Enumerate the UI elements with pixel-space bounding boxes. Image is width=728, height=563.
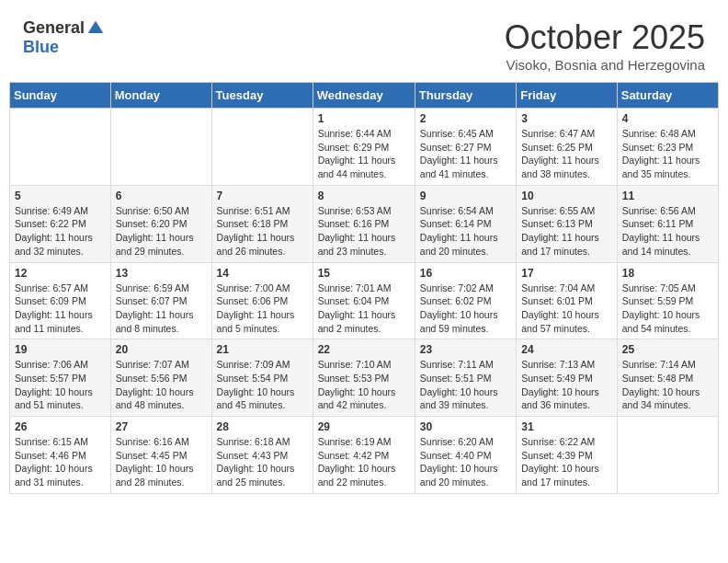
day-number: 25 bbox=[622, 343, 713, 356]
calendar-cell: 16Sunrise: 7:02 AM Sunset: 6:02 PM Dayli… bbox=[415, 262, 516, 339]
day-number: 18 bbox=[622, 267, 713, 280]
calendar-cell: 30Sunrise: 6:20 AM Sunset: 4:40 PM Dayli… bbox=[415, 417, 516, 494]
day-number: 13 bbox=[116, 267, 207, 280]
day-info: Sunrise: 6:57 AM Sunset: 6:09 PM Dayligh… bbox=[15, 282, 106, 336]
weekday-header-thursday: Thursday bbox=[415, 83, 516, 109]
calendar-cell: 1Sunrise: 6:44 AM Sunset: 6:29 PM Daylig… bbox=[313, 109, 415, 186]
day-number: 27 bbox=[116, 420, 207, 433]
day-number: 11 bbox=[622, 190, 713, 202]
day-info: Sunrise: 7:11 AM Sunset: 5:51 PM Dayligh… bbox=[420, 358, 511, 412]
day-info: Sunrise: 7:05 AM Sunset: 5:59 PM Dayligh… bbox=[622, 282, 713, 336]
day-number: 26 bbox=[15, 420, 106, 433]
calendar-cell: 4Sunrise: 6:48 AM Sunset: 6:23 PM Daylig… bbox=[617, 109, 718, 186]
day-number: 3 bbox=[521, 112, 612, 125]
calendar-cell: 2Sunrise: 6:45 AM Sunset: 6:27 PM Daylig… bbox=[415, 109, 516, 186]
calendar-cell: 18Sunrise: 7:05 AM Sunset: 5:59 PM Dayli… bbox=[617, 262, 718, 339]
calendar-cell bbox=[211, 109, 313, 186]
logo-icon bbox=[86, 19, 105, 38]
day-info: Sunrise: 6:19 AM Sunset: 4:42 PM Dayligh… bbox=[318, 435, 410, 489]
month-title: October 2025 bbox=[505, 18, 705, 57]
day-info: Sunrise: 7:13 AM Sunset: 5:49 PM Dayligh… bbox=[521, 358, 612, 412]
day-info: Sunrise: 7:10 AM Sunset: 5:53 PM Dayligh… bbox=[318, 358, 410, 412]
calendar-cell bbox=[110, 109, 211, 186]
logo-general-text: General bbox=[23, 18, 85, 38]
day-info: Sunrise: 6:22 AM Sunset: 4:39 PM Dayligh… bbox=[521, 435, 612, 489]
weekday-header-tuesday: Tuesday bbox=[211, 83, 313, 109]
day-info: Sunrise: 6:47 AM Sunset: 6:25 PM Dayligh… bbox=[521, 127, 612, 181]
day-info: Sunrise: 6:56 AM Sunset: 6:11 PM Dayligh… bbox=[622, 204, 713, 259]
day-info: Sunrise: 7:14 AM Sunset: 5:48 PM Dayligh… bbox=[622, 358, 713, 412]
day-info: Sunrise: 7:00 AM Sunset: 6:06 PM Dayligh… bbox=[217, 282, 308, 336]
calendar-week-row: 5Sunrise: 6:49 AM Sunset: 6:22 PM Daylig… bbox=[10, 185, 719, 262]
calendar-table: SundayMondayTuesdayWednesdayThursdayFrid… bbox=[9, 82, 719, 494]
calendar-cell: 28Sunrise: 6:18 AM Sunset: 4:43 PM Dayli… bbox=[211, 417, 313, 494]
day-number: 29 bbox=[318, 420, 410, 433]
calendar-cell: 11Sunrise: 6:56 AM Sunset: 6:11 PM Dayli… bbox=[617, 185, 718, 262]
day-number: 21 bbox=[217, 343, 308, 356]
weekday-header-sunday: Sunday bbox=[10, 83, 111, 109]
day-number: 28 bbox=[217, 420, 308, 433]
calendar-cell: 8Sunrise: 6:53 AM Sunset: 6:16 PM Daylig… bbox=[313, 185, 415, 262]
day-number: 24 bbox=[521, 343, 612, 356]
day-number: 23 bbox=[420, 343, 511, 356]
day-info: Sunrise: 6:44 AM Sunset: 6:29 PM Dayligh… bbox=[318, 127, 410, 181]
day-number: 20 bbox=[116, 343, 207, 356]
svg-marker-0 bbox=[88, 20, 104, 32]
calendar-cell: 19Sunrise: 7:06 AM Sunset: 5:57 PM Dayli… bbox=[10, 339, 111, 417]
calendar-cell: 5Sunrise: 6:49 AM Sunset: 6:22 PM Daylig… bbox=[10, 185, 111, 262]
calendar-cell bbox=[10, 109, 111, 186]
day-info: Sunrise: 6:16 AM Sunset: 4:45 PM Dayligh… bbox=[116, 435, 207, 489]
day-number: 15 bbox=[318, 267, 410, 280]
day-info: Sunrise: 6:18 AM Sunset: 4:43 PM Dayligh… bbox=[217, 435, 308, 489]
day-number: 1 bbox=[318, 112, 410, 125]
day-info: Sunrise: 6:50 AM Sunset: 6:20 PM Dayligh… bbox=[116, 204, 207, 259]
logo-blue-text: Blue bbox=[23, 38, 59, 57]
calendar-cell: 14Sunrise: 7:00 AM Sunset: 6:06 PM Dayli… bbox=[211, 262, 313, 339]
day-info: Sunrise: 7:06 AM Sunset: 5:57 PM Dayligh… bbox=[15, 358, 106, 412]
logo: General Blue bbox=[23, 18, 105, 57]
calendar-cell: 12Sunrise: 6:57 AM Sunset: 6:09 PM Dayli… bbox=[10, 262, 111, 339]
day-number: 14 bbox=[217, 267, 308, 280]
calendar-cell: 21Sunrise: 7:09 AM Sunset: 5:54 PM Dayli… bbox=[211, 339, 313, 417]
day-info: Sunrise: 6:54 AM Sunset: 6:14 PM Dayligh… bbox=[420, 204, 511, 259]
calendar-cell: 24Sunrise: 7:13 AM Sunset: 5:49 PM Dayli… bbox=[517, 339, 618, 417]
day-number: 12 bbox=[15, 267, 106, 280]
day-number: 16 bbox=[420, 267, 511, 280]
day-info: Sunrise: 7:04 AM Sunset: 6:01 PM Dayligh… bbox=[521, 282, 612, 336]
day-info: Sunrise: 7:07 AM Sunset: 5:56 PM Dayligh… bbox=[116, 358, 207, 412]
calendar-cell: 17Sunrise: 7:04 AM Sunset: 6:01 PM Dayli… bbox=[517, 262, 618, 339]
calendar-cell: 6Sunrise: 6:50 AM Sunset: 6:20 PM Daylig… bbox=[110, 185, 211, 262]
calendar-cell bbox=[617, 417, 718, 494]
day-number: 8 bbox=[318, 190, 410, 202]
calendar-cell: 31Sunrise: 6:22 AM Sunset: 4:39 PM Dayli… bbox=[517, 417, 618, 494]
day-info: Sunrise: 7:02 AM Sunset: 6:02 PM Dayligh… bbox=[420, 282, 511, 336]
day-info: Sunrise: 6:45 AM Sunset: 6:27 PM Dayligh… bbox=[420, 127, 511, 181]
day-number: 9 bbox=[420, 190, 511, 202]
calendar-cell: 3Sunrise: 6:47 AM Sunset: 6:25 PM Daylig… bbox=[517, 109, 618, 186]
day-info: Sunrise: 7:01 AM Sunset: 6:04 PM Dayligh… bbox=[318, 282, 410, 336]
day-number: 31 bbox=[521, 420, 612, 433]
calendar-cell: 15Sunrise: 7:01 AM Sunset: 6:04 PM Dayli… bbox=[313, 262, 415, 339]
day-number: 19 bbox=[15, 343, 106, 356]
calendar-cell: 26Sunrise: 6:15 AM Sunset: 4:46 PM Dayli… bbox=[10, 417, 111, 494]
weekday-header-row: SundayMondayTuesdayWednesdayThursdayFrid… bbox=[10, 83, 719, 109]
day-number: 4 bbox=[622, 112, 713, 125]
day-info: Sunrise: 6:55 AM Sunset: 6:13 PM Dayligh… bbox=[521, 204, 612, 259]
calendar-cell: 9Sunrise: 6:54 AM Sunset: 6:14 PM Daylig… bbox=[415, 185, 516, 262]
day-number: 5 bbox=[15, 190, 106, 202]
day-info: Sunrise: 6:15 AM Sunset: 4:46 PM Dayligh… bbox=[15, 435, 106, 489]
calendar-week-row: 19Sunrise: 7:06 AM Sunset: 5:57 PM Dayli… bbox=[10, 339, 719, 417]
day-number: 17 bbox=[521, 267, 612, 280]
calendar-week-row: 26Sunrise: 6:15 AM Sunset: 4:46 PM Dayli… bbox=[10, 417, 719, 494]
calendar-cell: 22Sunrise: 7:10 AM Sunset: 5:53 PM Dayli… bbox=[313, 339, 415, 417]
day-number: 22 bbox=[318, 343, 410, 356]
day-info: Sunrise: 6:59 AM Sunset: 6:07 PM Dayligh… bbox=[116, 282, 207, 336]
location-text: Visoko, Bosnia and Herzegovina bbox=[505, 57, 705, 73]
calendar-cell: 7Sunrise: 6:51 AM Sunset: 6:18 PM Daylig… bbox=[211, 185, 313, 262]
day-info: Sunrise: 6:53 AM Sunset: 6:16 PM Dayligh… bbox=[318, 204, 410, 259]
day-number: 6 bbox=[116, 190, 207, 202]
calendar-week-row: 12Sunrise: 6:57 AM Sunset: 6:09 PM Dayli… bbox=[10, 262, 719, 339]
calendar-cell: 25Sunrise: 7:14 AM Sunset: 5:48 PM Dayli… bbox=[617, 339, 718, 417]
weekday-header-wednesday: Wednesday bbox=[313, 83, 415, 109]
calendar-cell: 13Sunrise: 6:59 AM Sunset: 6:07 PM Dayli… bbox=[110, 262, 211, 339]
